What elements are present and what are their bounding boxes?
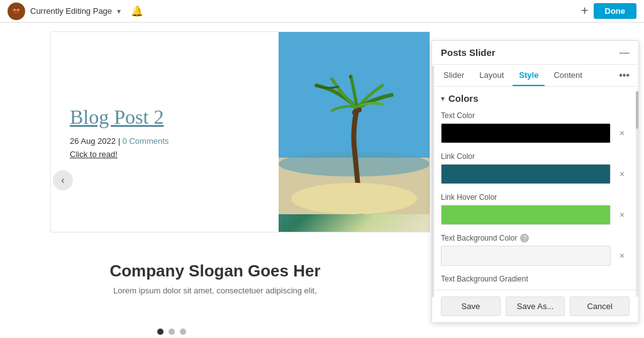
bell-icon[interactable]: 🔔 [131, 5, 143, 17]
plus-icon[interactable]: + [581, 4, 589, 18]
text-bg-color-label: Text Background Color ? [441, 234, 630, 243]
save-button[interactable]: Save [441, 297, 501, 316]
gradient-label: Text Background Gradient [441, 275, 630, 283]
panel-title: Posts Slider [441, 47, 496, 58]
slider-prev-button[interactable]: ‹ [53, 170, 73, 190]
text-bg-color-row: Text Background Color ? × [441, 234, 630, 266]
minimize-icon[interactable]: — [619, 48, 630, 58]
panel-footer: Save Save As... Cancel [432, 290, 638, 322]
scroll-thumb[interactable] [636, 91, 638, 129]
slider-left-content: Blog Post 2 26 Aug 2022 | 0 Comments Cli… [51, 32, 279, 232]
text-color-clear[interactable]: × [614, 126, 630, 141]
svg-point-6 [19, 8, 20, 9]
dot-2[interactable] [169, 329, 175, 335]
comments-link[interactable]: 0 Comments [123, 136, 169, 146]
text-color-swatch[interactable] [441, 123, 611, 143]
slider-image [279, 32, 430, 232]
link-color-row: Link Color × [441, 152, 630, 184]
section-chevron-icon: ▾ [441, 94, 445, 103]
posts-slider-panel: Posts Slider — Slider Layout Style Conte… [431, 40, 639, 323]
tab-slider[interactable]: Slider [437, 65, 470, 86]
text-bg-color-clear[interactable]: × [614, 248, 630, 263]
avatar[interactable] [8, 3, 25, 20]
more-options-icon[interactable]: ••• [615, 65, 633, 86]
topbar: Currently Editing Page ▾ 🔔 + Done [0, 0, 644, 23]
slider-dots [157, 329, 186, 335]
dot-3[interactable] [180, 329, 186, 335]
text-color-input-row: × [441, 123, 630, 143]
cancel-button[interactable]: Cancel [570, 297, 630, 316]
link-color-swatch[interactable] [441, 164, 611, 184]
tab-style[interactable]: Style [513, 65, 545, 86]
panel-tabs: Slider Layout Style Content ••• [432, 65, 638, 87]
tab-content[interactable]: Content [547, 65, 589, 86]
beach-image [279, 32, 430, 232]
link-hover-color-row: Link Hover Color × [441, 193, 630, 225]
blog-slider: Blog Post 2 26 Aug 2022 | 0 Comments Cli… [50, 31, 430, 232]
company-slogan: Company Slogan Goes Her [50, 261, 380, 281]
svg-point-4 [18, 9, 18, 10]
svg-point-12 [357, 107, 362, 112]
save-as-button[interactable]: Save As... [506, 297, 565, 316]
svg-point-5 [13, 8, 14, 9]
topbar-left: Currently Editing Page ▾ 🔔 [8, 3, 143, 20]
text-color-label: Text Color [441, 111, 630, 120]
colors-section-header[interactable]: ▾ Colors [441, 93, 630, 104]
link-hover-color-clear[interactable]: × [614, 207, 630, 222]
help-icon[interactable]: ? [520, 234, 529, 243]
svg-point-10 [291, 183, 417, 214]
done-button[interactable]: Done [594, 3, 637, 19]
link-color-clear[interactable]: × [614, 166, 630, 182]
panel-header: Posts Slider — [432, 41, 638, 65]
topbar-title: Currently Editing Page [30, 6, 112, 16]
link-color-label: Link Color [441, 152, 630, 161]
link-color-input-row: × [441, 164, 630, 184]
panel-left-border [432, 66, 434, 297]
text-color-row: Text Color × [441, 111, 630, 143]
link-hover-color-input-row: × [441, 205, 630, 225]
svg-point-3 [14, 9, 15, 10]
company-description: Lorem ipsum dolor sit amet, consectetuer… [50, 286, 380, 295]
tab-layout[interactable]: Layout [473, 65, 510, 86]
text-bg-color-swatch[interactable] [441, 246, 611, 266]
read-more-link[interactable]: Click to read! [70, 150, 260, 159]
blog-post-title: Blog Post 2 [70, 105, 260, 129]
link-hover-color-swatch[interactable] [441, 205, 611, 225]
dot-1[interactable] [157, 329, 164, 335]
company-section: Company Slogan Goes Her Lorem ipsum dolo… [0, 249, 430, 308]
blog-meta: 26 Aug 2022 | 0 Comments [70, 136, 260, 146]
scroll-indicator [636, 91, 638, 297]
topbar-right: + Done [581, 3, 636, 19]
text-bg-color-input-row: × [441, 246, 630, 266]
chevron-down-icon[interactable]: ▾ [117, 7, 121, 16]
chevron-left-icon: ‹ [61, 175, 64, 186]
link-hover-color-label: Link Hover Color [441, 193, 630, 202]
colors-section-title: Colors [448, 93, 479, 104]
panel-body: ▾ Colors Text Color × Link Color × Link … [432, 87, 638, 290]
